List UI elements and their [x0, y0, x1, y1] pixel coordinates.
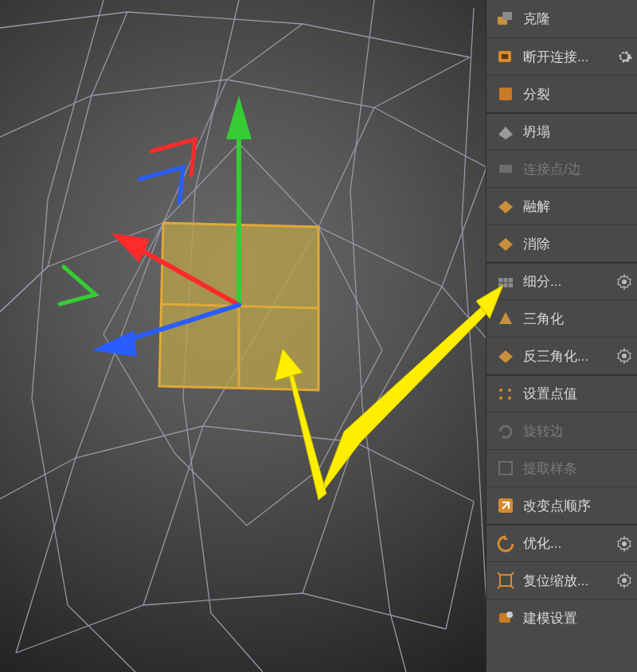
menu-item-reset-scale[interactable]: 复位缩放...: [487, 561, 637, 599]
gear-icon[interactable]: [616, 348, 632, 364]
connect-icon: [494, 158, 517, 180]
menu-item-optimize[interactable]: 优化...: [487, 524, 637, 561]
svg-point-25: [506, 611, 513, 618]
gear-icon[interactable]: [616, 49, 632, 64]
3d-viewport[interactable]: [0, 0, 487, 672]
split-icon: [494, 83, 517, 105]
svg-point-16: [508, 389, 511, 392]
menu-label: 连接点/边: [523, 160, 581, 178]
disconnect-icon: [494, 45, 517, 68]
dissolve-icon: [494, 195, 517, 217]
svg-rect-11: [499, 165, 512, 173]
menu-label: 克隆: [523, 10, 550, 28]
menu-label: 融解: [523, 197, 550, 216]
eliminate-icon: [494, 232, 517, 255]
menu-item-dissolve[interactable]: 融解: [487, 187, 637, 225]
menu-item-split[interactable]: 分裂: [487, 75, 637, 112]
menu-item-collapse[interactable]: 坍塌: [487, 112, 637, 150]
menu-item-triangulate[interactable]: 三角化: [487, 299, 637, 337]
menu-label: 优化...: [523, 534, 561, 553]
menu-label: 改变点顺序: [523, 497, 591, 515]
svg-point-13: [622, 279, 627, 284]
menu-label: 三角化: [523, 310, 564, 328]
untriangulate-icon: [494, 345, 517, 367]
svg-point-21: [622, 541, 627, 546]
svg-point-17: [499, 397, 502, 400]
svg-marker-1: [226, 96, 252, 139]
menu-item-eliminate[interactable]: 消除: [487, 225, 637, 262]
menu-label: 建模设置: [523, 609, 577, 627]
triangulate-icon: [494, 307, 517, 330]
gear-icon[interactable]: [616, 536, 632, 552]
menu-label: 断开连接...: [523, 48, 588, 66]
menu-label: 复位缩放...: [523, 572, 588, 590]
gear-icon[interactable]: [616, 572, 632, 588]
subdivide-icon: [494, 271, 517, 293]
settings-icon: [494, 607, 517, 629]
menu-label: 坍塌: [523, 123, 550, 141]
menu-item-disconnect[interactable]: 断开连接...: [487, 37, 637, 75]
menu-item-untriangulate[interactable]: 反三角化...: [487, 337, 637, 374]
svg-rect-19: [499, 462, 512, 475]
svg-marker-5: [92, 330, 137, 357]
menu-item-set-point-value[interactable]: 设置点值: [487, 374, 637, 412]
collapse-icon: [494, 121, 517, 143]
menu-item-connect-pe[interactable]: 连接点/边: [487, 150, 637, 187]
reverse-icon: [494, 494, 517, 517]
svg-point-18: [508, 397, 511, 400]
clone-icon: [494, 8, 517, 30]
menu-item-model-settings[interactable]: 建模设置: [487, 599, 637, 636]
svg-point-15: [499, 389, 502, 392]
resetscale-icon: [494, 569, 517, 592]
svg-rect-7: [502, 12, 512, 20]
menu-label: 分裂: [523, 85, 550, 104]
menu-item-spin-edge[interactable]: 旋转边: [487, 412, 637, 449]
menu-label: 消除: [523, 235, 550, 253]
setpoint-icon: [494, 383, 517, 405]
svg-rect-9: [502, 54, 508, 59]
svg-rect-22: [500, 575, 511, 586]
spline-icon: [494, 457, 517, 479]
menu-item-clone[interactable]: 克隆: [487, 0, 637, 37]
svg-point-14: [622, 354, 627, 358]
menu-label: 设置点值: [523, 385, 577, 403]
menu-item-reverse-order[interactable]: 改变点顺序: [487, 486, 637, 524]
spin-icon: [494, 420, 517, 442]
context-menu[interactable]: 克隆 断开连接... 分裂 坍塌 连接点/: [486, 0, 637, 672]
menu-label: 提取样条: [523, 459, 577, 478]
menu-label: 旋转边: [523, 422, 564, 440]
menu-item-subdivide[interactable]: 细分...: [487, 262, 637, 299]
gear-icon[interactable]: [616, 274, 632, 290]
optimize-icon: [494, 533, 517, 555]
menu-item-extract-spline[interactable]: 提取样条: [487, 449, 637, 486]
menu-label: 反三角化...: [523, 347, 588, 365]
svg-point-23: [622, 578, 627, 583]
menu-label: 细分...: [523, 272, 561, 291]
svg-rect-10: [499, 88, 512, 100]
